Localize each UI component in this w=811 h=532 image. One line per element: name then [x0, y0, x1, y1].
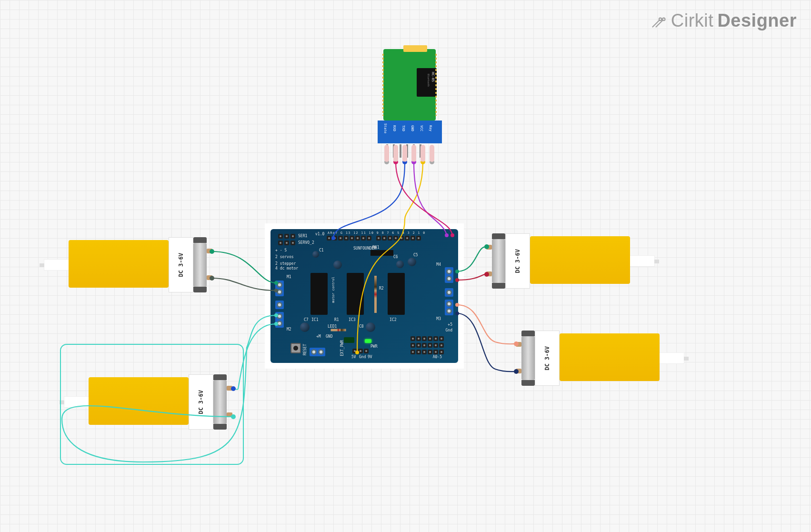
hc05-dot-rxd [393, 160, 398, 164]
silk-reset: RESET [303, 344, 307, 355]
brand-bold: Designer [717, 10, 797, 31]
silk-c1: C1 [319, 248, 324, 252]
hc05-dot-vcc [421, 160, 425, 164]
hc05-lbl-gnd: GND [411, 125, 414, 131]
silk-ser1: SER1 [298, 234, 307, 238]
shield-hdr-analog [411, 350, 444, 354]
motor-terminal-b [227, 412, 232, 417]
silk-extpwr: EXT_PWR [340, 340, 344, 356]
silk-gnd: GND [326, 334, 332, 339]
motor-can [492, 239, 505, 283]
motor-terminal-a [516, 342, 521, 347]
shield-c1 [312, 251, 319, 258]
component-motor-tr[interactable]: DC 3-6V [483, 233, 655, 289]
shield-hdr-ser1 [278, 234, 295, 239]
silk-pms: + - S [275, 248, 287, 252]
motor-label: DC 3-6V [178, 253, 184, 277]
component-hc05[interactable]: HC-05 Bluetooth State RXD TXD GND VCC Ke… [378, 49, 442, 159]
shield-hdr-digital [327, 236, 421, 241]
silk-c5: C5 [413, 253, 418, 257]
hc05-chip: HC-05 Bluetooth [417, 68, 437, 97]
silk-ic3: IC3 [349, 318, 355, 322]
motor-label: DC 3-6V [514, 249, 521, 273]
silk-plusm: +M [316, 334, 321, 339]
motor-can [213, 380, 227, 424]
silk-motorctrl: motor control [331, 277, 335, 303]
hc05-lbl-key: Key [429, 125, 432, 131]
shield-tb-m4 [445, 267, 453, 283]
silk-ic1: IC1 [311, 318, 318, 322]
hc05-antenna [403, 45, 427, 52]
silk-ic2: IC2 [390, 318, 396, 322]
shield-extpwr-jumper [344, 337, 354, 343]
shield-ic3 [347, 273, 364, 315]
shield-rn1 [370, 250, 393, 256]
silk-pwr: PWR [370, 344, 377, 349]
motor-body [69, 240, 169, 288]
shield-hdr-servo2 [278, 241, 295, 245]
silk-dc: 4 dc motor [275, 266, 298, 271]
shield-led-pwr [365, 339, 371, 343]
brand-logo: Cirkit Designer [650, 10, 797, 31]
shield-tb-gnd2 [445, 288, 453, 297]
brand-light: Cirkit [671, 10, 714, 31]
component-motor-bl[interactable]: DC 3-6V [64, 374, 235, 430]
silk-c7: C7 [304, 318, 309, 322]
silk-gnd3: Gnd [446, 328, 452, 332]
hc05-dot-key [430, 160, 434, 164]
motor-gearbox: DC 3-6V [169, 237, 193, 292]
silk-m4: M4 [436, 262, 441, 267]
silk-m2: M2 [287, 327, 291, 331]
svg-point-1 [662, 18, 665, 20]
silk-9v: 9V [368, 355, 372, 359]
motor-terminal-a [227, 386, 232, 391]
shield-reset-btn [290, 343, 301, 353]
motor-body [530, 236, 630, 284]
shield-pcb: SER1 SERVO_2 v1.0 + - S 2 servos 2 stepp… [270, 229, 458, 363]
component-motor-tl[interactable]: DC 3-6V [44, 237, 215, 292]
motor-terminal-b [207, 275, 212, 280]
silk-version: v1.0 [315, 232, 324, 236]
shield-c3 [333, 261, 342, 269]
motor-terminal-a [486, 245, 492, 250]
motor-gearbox: DC 3-6V [535, 331, 560, 386]
shield-c5 [408, 258, 416, 266]
hc05-lbl-txd: TXD [401, 125, 405, 131]
shield-tb-m1 [275, 281, 284, 296]
silk-m3: M3 [436, 317, 441, 321]
silk-servo2: SERVO_2 [298, 241, 314, 245]
motor-body [89, 377, 189, 425]
motor-can [193, 243, 207, 287]
component-motor-br[interactable]: DC 3-6V [513, 331, 684, 386]
motor-terminal-b [516, 369, 521, 373]
hc05-dot-txd [402, 160, 407, 164]
hc05-pcb: HC-05 Bluetooth [383, 49, 436, 120]
silk-rn1: RN1 [372, 245, 379, 250]
shield-c7 [300, 322, 310, 332]
hc05-breakout: State RXD TXD GND VCC Key [378, 120, 442, 143]
diagram-canvas[interactable]: Cirkit Designer HC-05 Bluetooth State RX… [0, 0, 811, 532]
silk-servos: 2 servos [275, 255, 294, 259]
silk-5v: 5V [351, 355, 356, 359]
silk-topright: ARef G 13 12 11 10 9 8 7 6 5 4 3 2 1 0 [328, 231, 426, 235]
silk-gnd2: Gnd [359, 355, 366, 359]
hc05-lbl-rxd: RXD [392, 125, 396, 131]
silk-stepper: 2 stepper [275, 261, 296, 266]
silk-c8: C8 [359, 324, 364, 329]
logo-icon [650, 12, 667, 30]
svg-point-0 [659, 18, 661, 20]
silk-a05: A0-5 [433, 355, 442, 359]
component-motor-shield[interactable]: SER1 SERVO_2 v1.0 + - S 2 servos 2 stepp… [265, 223, 464, 369]
shield-c6 [396, 261, 404, 268]
shield-r1 [331, 329, 346, 331]
shield-tb-extpwr [310, 348, 325, 356]
shield-r2 [374, 276, 377, 313]
hc05-pins [386, 144, 421, 158]
motor-gearbox: DC 3-6V [189, 374, 213, 430]
shield-tb-gnd1 [275, 301, 284, 309]
motor-shaft [44, 259, 70, 271]
silk-r1: R1 [334, 318, 339, 322]
motor-gearbox: DC 3-6V [505, 233, 530, 289]
motor-shaft [659, 352, 684, 364]
motor-terminal-a [207, 249, 212, 253]
